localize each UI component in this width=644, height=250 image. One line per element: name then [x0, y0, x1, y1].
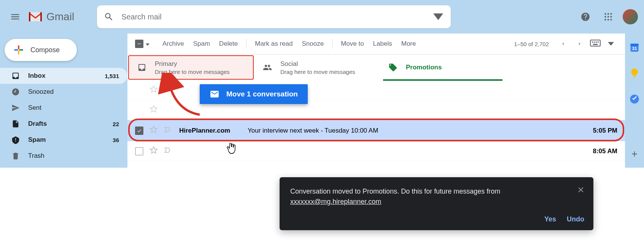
svg-point-8 — [610, 19, 612, 20]
toast-message: Conversation moved to Promotions. Do thi… — [290, 186, 584, 207]
row-checkbox[interactable] — [135, 127, 143, 135]
svg-rect-10 — [592, 42, 593, 43]
search-input[interactable] — [121, 13, 433, 21]
prev-page-button[interactable] — [557, 41, 569, 47]
toast-line1: Conversation moved to Promotions. Do thi… — [290, 188, 500, 195]
importance-toggle[interactable] — [164, 146, 172, 156]
importance-icon — [164, 146, 172, 154]
snooze-button[interactable]: Snooze — [297, 40, 328, 48]
hamburger-icon — [10, 11, 21, 22]
archive-button[interactable]: Archive — [158, 40, 189, 48]
svg-text:31: 31 — [632, 46, 637, 51]
tab-promotions[interactable]: Promotions — [380, 54, 506, 80]
toolbar-right: 1–50 of 2,702 — [514, 40, 617, 48]
star-icon — [149, 105, 158, 113]
search-bar[interactable] — [97, 5, 451, 28]
svg-point-3 — [604, 16, 606, 18]
clock-icon — [11, 88, 20, 96]
help-button[interactable] — [577, 8, 594, 25]
select-dropdown[interactable] — [146, 40, 149, 48]
nav-label: Snoozed — [28, 88, 119, 96]
time: 5:05 PM — [593, 127, 617, 135]
nav-trash[interactable]: Trash — [0, 148, 127, 164]
nav-inbox[interactable]: Inbox 1,531 — [0, 68, 127, 84]
category-tabs: Primary Drag here to move messages Socia… — [127, 54, 625, 80]
trash-icon — [11, 152, 20, 160]
sidebar: Compose Inbox 1,531 Snoozed Sent Drafts … — [0, 34, 127, 168]
logo-text: Gmail — [46, 11, 74, 23]
tab-label: Primary — [155, 60, 230, 68]
nav-label: Drafts — [28, 120, 113, 128]
star-icon — [149, 125, 158, 134]
nav-drafts[interactable]: Drafts 22 — [0, 116, 127, 132]
get-addons-button[interactable]: + — [631, 148, 638, 160]
help-icon — [580, 12, 590, 22]
email-list: HirePlanner.com Your interview next week… — [127, 80, 625, 168]
star-toggle[interactable] — [149, 146, 158, 156]
delete-button[interactable]: Delete — [215, 40, 242, 48]
calendar-addon[interactable]: 31 — [629, 42, 640, 53]
keep-addon[interactable] — [629, 68, 640, 79]
move-to-button[interactable]: Move to — [336, 40, 368, 48]
compose-label: Compose — [30, 46, 60, 54]
toast-actions: Yes Undo — [290, 215, 584, 223]
toast-undo-button[interactable]: Undo — [567, 215, 584, 223]
nav-snoozed[interactable]: Snoozed — [0, 84, 127, 100]
apps-button[interactable] — [600, 8, 617, 25]
header-right — [577, 8, 638, 25]
close-icon — [577, 186, 585, 194]
tasks-icon — [629, 94, 640, 104]
check-icon — [137, 128, 142, 133]
time: 8:05 AM — [593, 147, 617, 155]
next-page-button[interactable] — [573, 41, 586, 47]
app-header: Gmail — [0, 0, 644, 34]
star-toggle[interactable] — [149, 85, 158, 95]
caret-down-icon — [433, 12, 443, 22]
tab-subtext: Drag here to move messages — [280, 69, 355, 75]
mark-read-button[interactable]: Mark as read — [250, 40, 297, 48]
svg-point-0 — [604, 13, 606, 14]
nav-spam[interactable]: Spam 36 — [0, 132, 127, 148]
minus-icon — [137, 41, 142, 46]
separator — [246, 39, 246, 49]
account-avatar[interactable] — [623, 9, 638, 24]
toast-close-button[interactable] — [577, 186, 585, 196]
svg-point-4 — [607, 16, 609, 18]
spam-button[interactable]: Spam — [189, 40, 215, 48]
svg-point-7 — [607, 19, 609, 20]
svg-point-5 — [610, 16, 612, 18]
tab-subtext: Drag here to move messages — [155, 69, 230, 75]
right-rail: 31 + — [625, 34, 644, 168]
svg-point-6 — [604, 19, 606, 20]
star-toggle[interactable] — [149, 105, 158, 115]
tab-social[interactable]: Social Drag here to move messages — [254, 54, 380, 80]
input-tools-dropdown[interactable] — [604, 41, 617, 47]
star-icon — [149, 85, 158, 93]
caret-down-icon — [146, 43, 149, 46]
email-row-selected[interactable]: HirePlanner.com Your interview next week… — [127, 120, 625, 141]
importance-icon — [164, 126, 172, 133]
calendar-icon: 31 — [629, 42, 640, 53]
input-tools-button[interactable] — [590, 40, 601, 48]
toolbar: Archive Spam Delete Mark as read Snooze … — [127, 34, 625, 54]
apps-grid-icon — [603, 12, 613, 22]
more-button[interactable]: More — [397, 40, 421, 48]
nav-sent[interactable]: Sent — [0, 100, 127, 116]
labels-button[interactable]: Labels — [369, 40, 397, 48]
email-row[interactable]: 8:05 AM — [127, 141, 625, 161]
row-checkbox[interactable] — [135, 147, 143, 155]
pager-text: 1–50 of 2,702 — [514, 41, 549, 47]
importance-toggle[interactable] — [164, 126, 172, 135]
gmail-logo[interactable]: Gmail — [27, 11, 74, 23]
toast-yes-button[interactable]: Yes — [544, 215, 556, 223]
compose-button[interactable]: Compose — [5, 39, 77, 61]
toast-notification: Conversation moved to Promotions. Do thi… — [280, 177, 593, 230]
select-all-checkbox[interactable] — [135, 40, 143, 48]
nav-count: 1,531 — [105, 73, 119, 79]
search-options-button[interactable] — [433, 12, 444, 22]
tasks-addon[interactable] — [629, 94, 640, 104]
star-toggle[interactable] — [149, 125, 158, 136]
svg-rect-11 — [594, 42, 595, 43]
tab-primary[interactable]: Primary Drag here to move messages — [128, 55, 254, 80]
menu-button[interactable] — [6, 8, 24, 26]
